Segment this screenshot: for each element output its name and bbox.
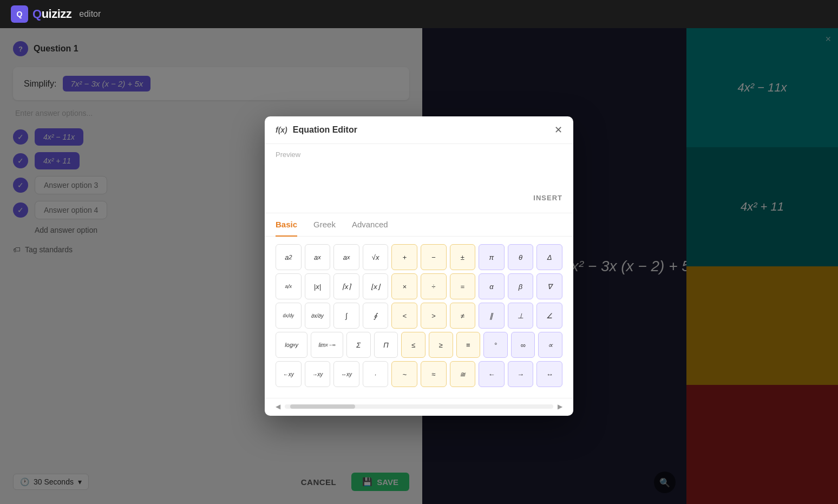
eq-modal-header: f(x) Equation Editor ✕ — [265, 116, 573, 144]
scroll-left-arrow[interactable]: ◀ — [276, 403, 280, 410]
sym-fraction[interactable]: a/x — [276, 273, 302, 299]
sym-minus[interactable]: − — [421, 244, 447, 270]
symbol-row-2: a/x |x| ⌈x⌉ ⌊x⌋ × ÷ = α β ∇ — [276, 273, 562, 299]
sym-a-x-superscript[interactable]: ax — [305, 244, 331, 270]
sym-cong[interactable]: ≅ — [450, 361, 476, 387]
sym-dot[interactable]: · — [363, 361, 389, 387]
sym-parallel[interactable]: ∥ — [479, 303, 505, 329]
sym-theta[interactable]: θ — [508, 244, 534, 270]
sym-approx[interactable]: ≈ — [421, 361, 447, 387]
sym-ceil[interactable]: ⌈x⌉ — [333, 273, 359, 299]
sym-perpendicular[interactable]: ⊥ — [508, 303, 534, 329]
tab-basic[interactable]: Basic — [276, 213, 297, 237]
sym-tilde[interactable]: ~ — [391, 361, 417, 387]
sym-div[interactable]: ÷ — [421, 273, 447, 299]
tab-greek[interactable]: Greek — [313, 213, 336, 237]
sym-alpha[interactable]: α — [479, 273, 505, 299]
eq-modal-title-area: f(x) Equation Editor — [276, 125, 357, 135]
logo: Q Quizizz editor — [11, 5, 101, 23]
scroll-right-arrow[interactable]: ▶ — [558, 403, 562, 410]
logo-icon: Q — [11, 5, 28, 23]
sym-product[interactable]: Π — [374, 332, 398, 358]
logo-text: Quizizz — [32, 7, 71, 21]
sym-geq[interactable]: ≥ — [429, 332, 453, 358]
sym-equiv[interactable]: ≡ — [456, 332, 481, 358]
eq-scrollbar: ◀ ▶ — [265, 398, 573, 416]
symbol-row-5: ←xy →xy ↔xy · ~ ≈ ≅ ← → ↔ — [276, 361, 562, 387]
sym-less-than[interactable]: < — [391, 303, 417, 329]
sym-beta[interactable]: β — [508, 273, 534, 299]
main-area: ? Question 1 Simplify: 7x² − 3x (x − 2) … — [0, 28, 838, 504]
topbar: Q Quizizz editor — [0, 0, 838, 28]
editor-label: editor — [79, 9, 101, 19]
symbol-row-3: dx/dy ∂x/∂y ∫ ∮ < > ≠ ∥ ⊥ ∠ — [276, 303, 562, 329]
sym-infinity[interactable]: ∞ — [511, 332, 535, 358]
sym-pi[interactable]: π — [479, 244, 505, 270]
eq-scroll-area: ◀ ▶ — [276, 403, 562, 410]
eq-modal-close-button[interactable]: ✕ — [554, 125, 562, 135]
sym-nabla[interactable]: ∇ — [536, 273, 562, 299]
sym-plus[interactable]: + — [391, 244, 417, 270]
eq-scrollbar-thumb — [290, 404, 355, 409]
sym-a-x-subscript[interactable]: ax — [333, 244, 359, 270]
sym-equals[interactable]: = — [450, 273, 476, 299]
sym-leq[interactable]: ≤ — [401, 332, 425, 358]
sym-not-equals[interactable]: ≠ — [450, 303, 476, 329]
eq-symbols: a2 ax ax √x + − ± π θ Δ a/x |x| ⌈x⌉ ⌊x⌋ — [265, 237, 573, 398]
sym-angle[interactable]: ∠ — [536, 303, 562, 329]
sym-right-arrow-xy[interactable]: →xy — [305, 361, 331, 387]
sym-floor[interactable]: ⌊x⌋ — [363, 273, 389, 299]
sym-degree[interactable]: ° — [483, 332, 508, 358]
sym-integral[interactable]: ∫ — [333, 303, 359, 329]
fx-icon: f(x) — [276, 126, 287, 134]
eq-modal-title: Equation Editor — [293, 125, 357, 135]
sym-partial[interactable]: ∂x/∂y — [305, 303, 331, 329]
sym-plusminus[interactable]: ± — [450, 244, 476, 270]
modal-overlay: f(x) Equation Editor ✕ Preview INSERT Ba… — [0, 28, 838, 504]
sym-proportional[interactable]: ∝ — [538, 332, 562, 358]
sym-derivative[interactable]: dx/dy — [276, 303, 302, 329]
sym-sum[interactable]: Σ — [346, 332, 371, 358]
sym-right-arrow[interactable]: → — [508, 361, 534, 387]
sym-delta[interactable]: Δ — [536, 244, 562, 270]
sym-contour-integral[interactable]: ∮ — [363, 303, 389, 329]
sym-left-arrow-xy[interactable]: ←xy — [276, 361, 302, 387]
eq-preview-box[interactable]: INSERT — [276, 163, 562, 206]
eq-scrollbar-track[interactable] — [285, 404, 553, 409]
tab-advanced[interactable]: Advanced — [352, 213, 388, 237]
sym-lim[interactable]: limx→∞ — [311, 332, 343, 358]
eq-preview-area: Preview INSERT — [265, 144, 573, 213]
symbol-row-4: logxy limx→∞ Σ Π ≤ ≥ ≡ ° ∞ ∝ — [276, 332, 562, 358]
sym-a-squared[interactable]: a2 — [276, 244, 302, 270]
sym-sqrt[interactable]: √x — [363, 244, 389, 270]
sym-lr-arrow[interactable]: ↔ — [536, 361, 562, 387]
sym-greater-than[interactable]: > — [421, 303, 447, 329]
sym-times[interactable]: × — [391, 273, 417, 299]
eq-tabs: Basic Greek Advanced — [265, 213, 573, 237]
eq-preview-label: Preview — [276, 150, 562, 159]
sym-both-arrow-xy[interactable]: ↔xy — [333, 361, 359, 387]
sym-log[interactable]: logxy — [276, 332, 307, 358]
equation-editor-modal: f(x) Equation Editor ✕ Preview INSERT Ba… — [265, 116, 573, 416]
eq-insert-button[interactable]: INSERT — [533, 194, 562, 202]
symbol-row-1: a2 ax ax √x + − ± π θ Δ — [276, 244, 562, 270]
sym-abs[interactable]: |x| — [305, 273, 331, 299]
sym-left-arrow[interactable]: ← — [479, 361, 505, 387]
